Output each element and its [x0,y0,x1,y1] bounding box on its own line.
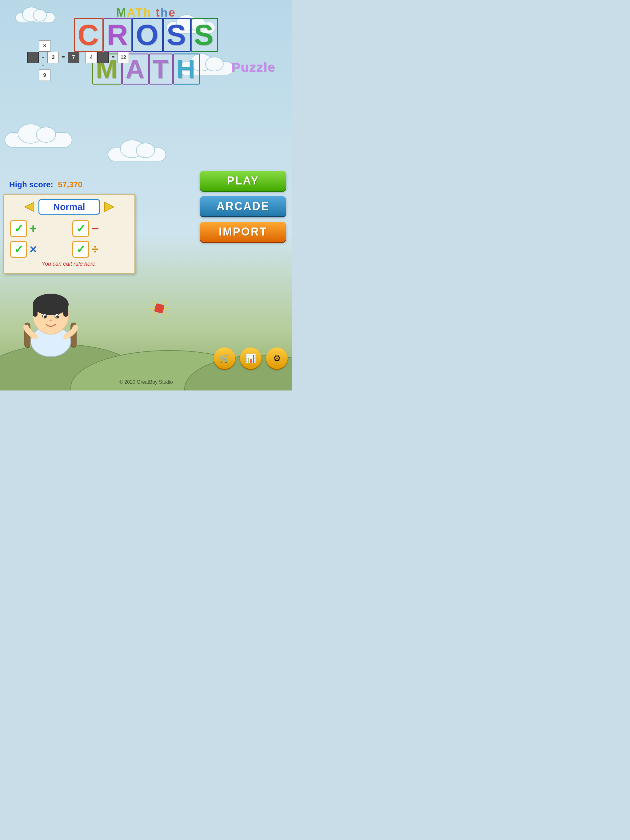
import-button[interactable]: IMPORT [200,222,286,242]
gear-icon: ⚙ [273,353,281,363]
leaderboard-icon: 📊 [245,353,256,363]
high-score-label: High score: [9,180,53,189]
check-division[interactable]: ✓ [72,241,89,257]
svg-point-15 [56,316,59,318]
mode-name: Normal [53,202,85,212]
high-score-container: High score: 57,370 [9,180,82,189]
mode-panel: Normal ✓ + ✓ − ✓ × [3,194,135,274]
svg-rect-10 [33,305,38,317]
svg-rect-11 [63,305,68,317]
check-addition[interactable]: ✓ [10,220,27,237]
mode-name-box: Normal [38,199,100,215]
character [9,280,92,363]
mode-selector: Normal [10,199,128,215]
edit-rule-text: You can edit rule here. [10,261,128,267]
puzzle-grid-illustration: 3 + 3 = 7 4 = 12 = 9 [27,40,129,81]
svg-marker-3 [25,202,34,212]
check-multiplication[interactable]: ✓ [10,241,27,257]
svg-point-9 [33,294,69,315]
op-minus-symbol: − [92,222,99,235]
op-multiplication: ✓ × [10,241,66,257]
mode-arrow-left[interactable] [23,201,35,213]
bottom-icons: 🛒 📊 ⚙ [214,347,288,369]
settings-button[interactable]: ⚙ [266,347,288,369]
svg-point-16 [49,319,52,321]
cloud-4 [5,132,72,148]
svg-marker-4 [104,202,114,212]
cloud-5 [108,148,166,161]
op-division: ✓ ÷ [72,241,128,257]
mode-arrow-right[interactable] [103,201,116,213]
check-subtraction[interactable]: ✓ [72,220,89,237]
action-buttons: PLAY ARCADE IMPORT [200,171,286,242]
play-button[interactable]: PLAY [200,171,286,191]
op-subtraction: ✓ − [72,220,128,237]
op-divide-symbol: ÷ [92,242,98,256]
high-score-value: 57,370 [58,180,82,189]
title-puzzle: Puzzle [231,60,275,75]
operations-grid: ✓ + ✓ − ✓ × ✓ ÷ [10,220,128,257]
shop-icon: 🛒 [219,353,230,363]
sun-decoration [151,300,168,317]
svg-point-14 [44,316,46,318]
shop-button[interactable]: 🛒 [214,347,235,369]
copyright: © 2020 GreatBoy Studio [119,379,173,385]
leaderboard-button[interactable]: 📊 [240,347,261,369]
op-plus-symbol: + [30,222,36,235]
op-addition: ✓ + [10,220,66,237]
title-math-the: MATh the [0,6,292,19]
op-times-symbol: × [30,242,36,256]
arcade-button[interactable]: ARCADE [200,196,286,216]
